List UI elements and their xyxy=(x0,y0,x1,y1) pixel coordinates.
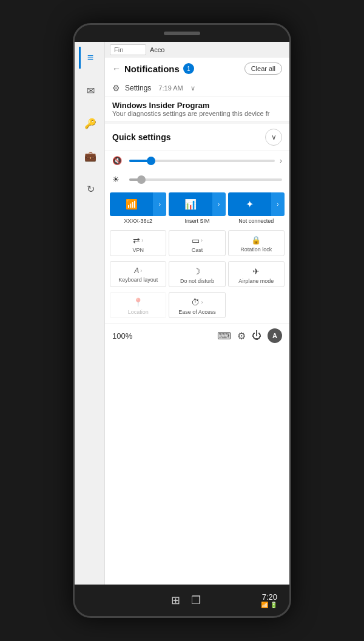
airplane-mode-tile[interactable]: ✈ Airplane mode xyxy=(228,261,285,287)
location-tile-label: Location xyxy=(128,309,149,315)
sidebar-item-refresh[interactable]: ↻ xyxy=(79,178,101,200)
clear-all-button[interactable]: Clear all xyxy=(244,63,282,75)
rotation-lock-tile[interactable]: 🔒 Rotation lock xyxy=(228,230,285,256)
vpn-arrow-icon: › xyxy=(141,237,143,243)
phone-top-bar xyxy=(75,25,289,42)
location-tile-inner: 📍 xyxy=(133,297,143,307)
volume-slider[interactable] xyxy=(129,160,275,162)
ease-of-access-arrow-icon: › xyxy=(201,299,203,305)
ease-of-access-tile[interactable]: ⏱ › Ease of Access xyxy=(169,292,225,318)
airplane-tile-label: Airplane mode xyxy=(238,278,274,284)
airplane-tile-inner: ✈ xyxy=(252,266,260,276)
keyboard-icon: A xyxy=(134,266,139,275)
sidebar-item-mail[interactable]: ✉ xyxy=(79,80,101,101)
settings-gear-icon: ⚙ xyxy=(112,83,120,93)
brightness-slider[interactable] xyxy=(129,178,282,181)
rotation-lock-tile-label: Rotation lock xyxy=(240,246,272,253)
volume-mute-icon: 🔇 xyxy=(112,156,124,165)
vpn-tile-inner: ⇄ › xyxy=(133,236,143,245)
back-button[interactable]: ← xyxy=(112,64,121,73)
cast-icon: ▭ xyxy=(192,236,200,245)
rotation-lock-tile-inner: 🔒 xyxy=(251,236,261,245)
battery-status-icon: 🔋 xyxy=(270,602,277,608)
dnd-tile-label: Do not disturb xyxy=(180,278,214,284)
vpn-tile[interactable]: ⇄ › VPN xyxy=(110,230,166,256)
cast-tile-inner: ▭ › xyxy=(192,236,203,245)
insider-notif-desc: Your diagnostics settings are preventing… xyxy=(112,110,282,117)
wifi-status-icon: 📶 xyxy=(261,602,268,608)
phone-frame: ≡ ✉ 🔑 💼 ↻ Acco ← Notifications 1 Clear a… xyxy=(73,23,291,618)
tertiary-tiles-row: A › Keyboard layout ☽ Do not disturb xyxy=(105,259,289,290)
wifi-tile-label: XXXX-36c2 xyxy=(124,218,152,224)
brightness-slider-thumb xyxy=(137,175,146,184)
sidebar: ≡ ✉ 🔑 💼 ↻ xyxy=(75,42,105,585)
settings-bottom-icon[interactable]: ⚙ xyxy=(237,330,246,342)
notifications-title: Notifications xyxy=(124,64,180,74)
primary-tiles-row: 📶 › XXXX-36c2 📊 › xyxy=(105,189,289,228)
phone-screen: ≡ ✉ 🔑 💼 ↻ Acco ← Notifications 1 Clear a… xyxy=(75,42,289,585)
quick-settings-bottom-bar: 100% ⌨ ⚙ ⏻ A xyxy=(105,323,289,348)
top-utility-row: Acco xyxy=(105,42,289,58)
volume-slider-row: 🔇 › xyxy=(105,151,289,170)
sim-tile-arrow[interactable]: › xyxy=(212,192,226,216)
acco-label: Acco xyxy=(150,46,164,53)
power-bottom-icon[interactable]: ⏻ xyxy=(252,330,261,341)
find-input[interactable] xyxy=(110,44,146,55)
signal-icon: 📊 xyxy=(184,198,197,210)
keyboard-layout-tile[interactable]: A › Keyboard layout xyxy=(110,261,166,287)
insider-notification-item[interactable]: Windows Insider Program Your diagnostics… xyxy=(105,97,289,121)
ease-of-access-tile-label: Ease of Access xyxy=(178,309,216,315)
sim-tile-btn-row: 📊 › xyxy=(169,192,225,216)
wifi-tile-button[interactable]: 📶 xyxy=(110,192,153,216)
cast-tile[interactable]: ▭ › Cast xyxy=(169,230,225,256)
notifications-badge: 1 xyxy=(183,63,194,74)
sidebar-item-keys[interactable]: 🔑 xyxy=(79,112,101,134)
keyboard-arrow-icon: › xyxy=(140,268,142,274)
quick-settings-collapse-button[interactable]: ∨ xyxy=(265,129,282,146)
bottom-icons-area: ⌨ ⚙ ⏻ A xyxy=(217,328,282,343)
phone-speaker xyxy=(164,32,200,35)
settings-notification-item[interactable]: ⚙ Settings 7:19 AM ∨ xyxy=(105,80,289,97)
quick-settings-title: Quick settings xyxy=(112,132,170,142)
quick-settings-panel: Quick settings ∨ 🔇 › ☀ xyxy=(105,124,289,585)
quick-settings-header: Quick settings ∨ xyxy=(105,124,289,151)
task-view-icon[interactable]: ❐ xyxy=(191,594,201,607)
windows-start-icon[interactable]: ⊞ xyxy=(171,594,180,607)
taskbar-icons-area: ⊞ ❐ xyxy=(111,594,261,607)
user-avatar[interactable]: A xyxy=(268,328,282,343)
vpn-tile-label: VPN xyxy=(132,247,144,253)
insider-notif-title: Windows Insider Program xyxy=(112,101,282,110)
tile-group-wifi: 📶 › XXXX-36c2 xyxy=(110,192,166,224)
settings-notif-time: 7:19 AM xyxy=(158,84,183,92)
ease-of-access-inner: ⏱ › xyxy=(191,297,203,307)
cast-arrow-icon: › xyxy=(201,237,203,243)
airplane-icon: ✈ xyxy=(252,266,260,276)
bluetooth-tile-button[interactable]: ✦ xyxy=(228,192,271,216)
main-content: Acco ← Notifications 1 Clear all ⚙ Setti… xyxy=(105,42,289,585)
battery-percentage: 100% xyxy=(112,331,132,341)
sim-tile-button[interactable]: 📊 xyxy=(169,192,212,216)
brightness-icon: ☀ xyxy=(112,175,124,184)
ease-of-access-icon: ⏱ xyxy=(191,297,200,307)
cast-tile-label: Cast xyxy=(192,247,203,253)
bluetooth-icon: ✦ xyxy=(246,198,254,210)
volume-slider-thumb xyxy=(147,157,155,165)
collapse-chevron-icon: ∨ xyxy=(271,133,277,141)
keyboard-bottom-icon[interactable]: ⌨ xyxy=(217,330,231,342)
sidebar-item-briefcase[interactable]: 💼 xyxy=(79,145,101,167)
taskbar-time: 7:20 xyxy=(262,592,277,602)
bt-tile-btn-row: ✦ › xyxy=(228,192,285,216)
taskbar-status-icons: 📶 🔋 xyxy=(261,602,277,608)
empty-tile xyxy=(228,292,285,318)
brightness-slider-row: ☀ xyxy=(105,170,289,189)
location-tile[interactable]: 📍 Location xyxy=(110,292,166,318)
phone-taskbar: ⊞ ❐ 7:20 📶 🔋 xyxy=(75,585,289,616)
bt-tile-arrow[interactable]: › xyxy=(271,192,285,216)
bluetooth-tile-label: Not connected xyxy=(238,218,274,224)
do-not-disturb-tile[interactable]: ☽ Do not disturb xyxy=(169,261,225,287)
sidebar-item-menu[interactable]: ≡ xyxy=(79,47,101,69)
volume-arrow-icon[interactable]: › xyxy=(280,157,282,165)
fourth-tiles-row: 📍 Location ⏱ › Ease of Access xyxy=(105,290,289,320)
wifi-tile-arrow[interactable]: › xyxy=(153,192,166,216)
location-icon: 📍 xyxy=(133,297,143,307)
